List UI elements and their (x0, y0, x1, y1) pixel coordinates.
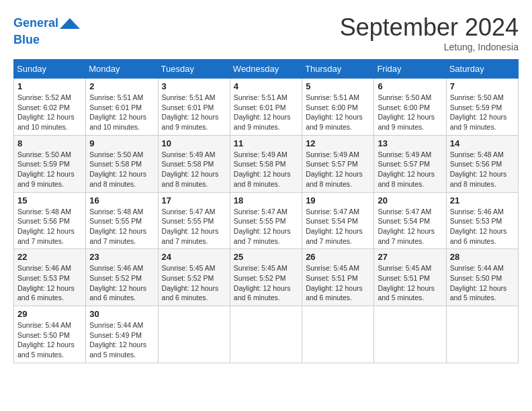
day-detail: Sunrise: 5:47 AMSunset: 5:54 PMDaylight:… (306, 207, 370, 246)
logo: General Blue (13, 13, 80, 47)
page-header: General Blue September 2024 Letung, Indo… (13, 13, 519, 52)
day-detail: Sunrise: 5:47 AMSunset: 5:55 PMDaylight:… (162, 207, 226, 246)
day-number: 18 (234, 195, 298, 205)
day-detail: Sunrise: 5:45 AMSunset: 5:51 PMDaylight:… (306, 263, 370, 303)
day-detail: Sunrise: 5:45 AMSunset: 5:52 PMDaylight:… (234, 263, 298, 303)
calendar-cell: 25Sunrise: 5:45 AMSunset: 5:52 PMDayligh… (230, 249, 302, 306)
day-detail: Sunrise: 5:46 AMSunset: 5:53 PMDaylight:… (450, 207, 515, 246)
day-detail: Sunrise: 5:45 AMSunset: 5:52 PMDaylight:… (162, 263, 226, 303)
day-detail: Sunrise: 5:46 AMSunset: 5:53 PMDaylight:… (17, 263, 82, 303)
day-number: 5 (306, 81, 370, 91)
calendar-cell: 23Sunrise: 5:46 AMSunset: 5:52 PMDayligh… (86, 249, 158, 306)
day-number: 20 (378, 195, 442, 205)
day-number: 19 (306, 195, 370, 205)
calendar-cell: 30Sunrise: 5:44 AMSunset: 5:49 PMDayligh… (86, 306, 158, 363)
day-detail: Sunrise: 5:50 AMSunset: 5:58 PMDaylight:… (89, 150, 154, 189)
weekday-header-tuesday: Tuesday (158, 60, 230, 79)
day-number: 15 (17, 195, 82, 205)
calendar-cell: 9Sunrise: 5:50 AMSunset: 5:58 PMDaylight… (86, 135, 158, 192)
calendar-cell: 3Sunrise: 5:51 AMSunset: 6:01 PMDaylight… (158, 79, 230, 136)
calendar-cell: 19Sunrise: 5:47 AMSunset: 5:54 PMDayligh… (302, 192, 374, 249)
day-detail: Sunrise: 5:51 AMSunset: 6:01 PMDaylight:… (162, 93, 226, 132)
day-number: 17 (162, 195, 226, 205)
calendar-cell: 11Sunrise: 5:49 AMSunset: 5:58 PMDayligh… (230, 135, 302, 192)
weekday-header-saturday: Saturday (446, 60, 518, 79)
location: Letung, Indonesia (340, 42, 519, 52)
calendar-cell: 16Sunrise: 5:48 AMSunset: 5:55 PMDayligh… (86, 192, 158, 249)
calendar-cell: 5Sunrise: 5:51 AMSunset: 6:00 PMDaylight… (302, 79, 374, 136)
calendar-cell: 13Sunrise: 5:49 AMSunset: 5:57 PMDayligh… (374, 135, 446, 192)
calendar-cell: 15Sunrise: 5:48 AMSunset: 5:56 PMDayligh… (14, 192, 86, 249)
calendar-cell: 29Sunrise: 5:44 AMSunset: 5:50 PMDayligh… (14, 306, 86, 363)
day-detail: Sunrise: 5:52 AMSunset: 6:02 PMDaylight:… (17, 93, 82, 132)
calendar-cell: 20Sunrise: 5:47 AMSunset: 5:54 PMDayligh… (374, 192, 446, 249)
day-number: 6 (378, 81, 442, 91)
day-number: 28 (450, 252, 515, 262)
calendar-cell: 2Sunrise: 5:51 AMSunset: 6:01 PMDaylight… (86, 79, 158, 136)
calendar-table: SundayMondayTuesdayWednesdayThursdayFrid… (13, 59, 519, 363)
day-number: 21 (450, 195, 515, 205)
day-detail: Sunrise: 5:50 AMSunset: 5:59 PMDaylight:… (17, 150, 82, 189)
calendar-cell: 22Sunrise: 5:46 AMSunset: 5:53 PMDayligh… (14, 249, 86, 306)
day-detail: Sunrise: 5:49 AMSunset: 5:57 PMDaylight:… (306, 150, 370, 189)
day-detail: Sunrise: 5:46 AMSunset: 5:52 PMDaylight:… (89, 263, 154, 303)
day-detail: Sunrise: 5:48 AMSunset: 5:55 PMDaylight:… (89, 207, 154, 246)
day-detail: Sunrise: 5:50 AMSunset: 6:00 PMDaylight:… (378, 93, 442, 132)
day-detail: Sunrise: 5:45 AMSunset: 5:51 PMDaylight:… (378, 263, 442, 303)
day-detail: Sunrise: 5:51 AMSunset: 6:01 PMDaylight:… (89, 93, 154, 132)
svg-marker-0 (60, 18, 80, 29)
calendar-week-2: 8Sunrise: 5:50 AMSunset: 5:59 PMDaylight… (14, 135, 519, 192)
day-detail: Sunrise: 5:47 AMSunset: 5:55 PMDaylight:… (234, 207, 298, 246)
day-detail: Sunrise: 5:44 AMSunset: 5:49 PMDaylight:… (89, 320, 154, 360)
day-detail: Sunrise: 5:50 AMSunset: 5:59 PMDaylight:… (450, 93, 515, 132)
calendar-cell: 24Sunrise: 5:45 AMSunset: 5:52 PMDayligh… (158, 249, 230, 306)
calendar-cell: 17Sunrise: 5:47 AMSunset: 5:55 PMDayligh… (158, 192, 230, 249)
calendar-cell: 4Sunrise: 5:51 AMSunset: 6:01 PMDaylight… (230, 79, 302, 136)
day-detail: Sunrise: 5:44 AMSunset: 5:50 PMDaylight:… (17, 320, 82, 360)
logo-text: General Blue (13, 13, 80, 47)
calendar-cell: 14Sunrise: 5:48 AMSunset: 5:56 PMDayligh… (446, 135, 518, 192)
day-number: 29 (17, 309, 82, 319)
day-number: 24 (162, 252, 226, 262)
calendar-cell (230, 306, 302, 363)
day-detail: Sunrise: 5:48 AMSunset: 5:56 PMDaylight:… (17, 207, 82, 246)
day-number: 25 (234, 252, 298, 262)
day-number: 26 (306, 252, 370, 262)
day-detail: Sunrise: 5:47 AMSunset: 5:54 PMDaylight:… (378, 207, 442, 246)
calendar-cell: 18Sunrise: 5:47 AMSunset: 5:55 PMDayligh… (230, 192, 302, 249)
title-block: September 2024 Letung, Indonesia (340, 13, 519, 52)
calendar-cell (302, 306, 374, 363)
day-detail: Sunrise: 5:44 AMSunset: 5:50 PMDaylight:… (450, 263, 515, 303)
calendar-cell (374, 306, 446, 363)
day-number: 11 (234, 138, 298, 148)
calendar-cell: 12Sunrise: 5:49 AMSunset: 5:57 PMDayligh… (302, 135, 374, 192)
weekday-header-wednesday: Wednesday (230, 60, 302, 79)
day-detail: Sunrise: 5:51 AMSunset: 6:00 PMDaylight:… (306, 93, 370, 132)
day-number: 7 (450, 81, 515, 91)
month-title: September 2024 (340, 13, 519, 42)
calendar-cell: 7Sunrise: 5:50 AMSunset: 5:59 PMDaylight… (446, 79, 518, 136)
day-number: 1 (17, 81, 82, 91)
weekday-header-friday: Friday (374, 60, 446, 79)
day-number: 22 (17, 252, 82, 262)
calendar-cell: 27Sunrise: 5:45 AMSunset: 5:51 PMDayligh… (374, 249, 446, 306)
calendar-cell (446, 306, 518, 363)
calendar-cell: 28Sunrise: 5:44 AMSunset: 5:50 PMDayligh… (446, 249, 518, 306)
calendar-cell: 10Sunrise: 5:49 AMSunset: 5:58 PMDayligh… (158, 135, 230, 192)
day-detail: Sunrise: 5:48 AMSunset: 5:56 PMDaylight:… (450, 150, 515, 189)
weekday-header-thursday: Thursday (302, 60, 374, 79)
calendar-cell: 1Sunrise: 5:52 AMSunset: 6:02 PMDaylight… (14, 79, 86, 136)
weekday-header-sunday: Sunday (14, 60, 86, 79)
day-number: 16 (89, 195, 154, 205)
calendar-cell: 8Sunrise: 5:50 AMSunset: 5:59 PMDaylight… (14, 135, 86, 192)
calendar-week-1: 1Sunrise: 5:52 AMSunset: 6:02 PMDaylight… (14, 79, 519, 136)
day-number: 12 (306, 138, 370, 148)
calendar-week-3: 15Sunrise: 5:48 AMSunset: 5:56 PMDayligh… (14, 192, 519, 249)
day-number: 2 (89, 81, 154, 91)
day-detail: Sunrise: 5:49 AMSunset: 5:58 PMDaylight:… (234, 150, 298, 189)
calendar-cell: 26Sunrise: 5:45 AMSunset: 5:51 PMDayligh… (302, 249, 374, 306)
day-number: 4 (234, 81, 298, 91)
calendar-cell: 21Sunrise: 5:46 AMSunset: 5:53 PMDayligh… (446, 192, 518, 249)
day-number: 27 (378, 252, 442, 262)
calendar-week-5: 29Sunrise: 5:44 AMSunset: 5:50 PMDayligh… (14, 306, 519, 363)
